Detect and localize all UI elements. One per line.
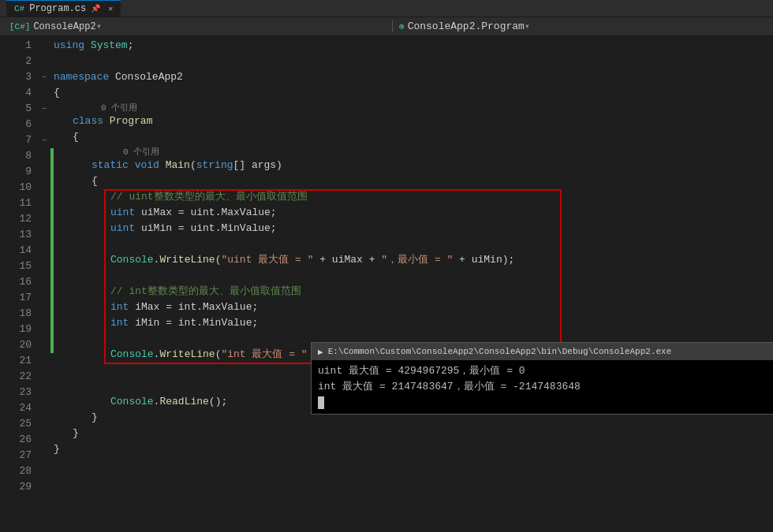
gutter-1 <box>38 38 50 54</box>
gutter-7[interactable]: − <box>38 132 50 148</box>
title-bar: C# Program.cs 📌 ✕ <box>0 0 773 17</box>
gutter-14 <box>38 243 50 259</box>
console-popup: ▶ E:\Common\Custom\ConsoleApp2\ConsoleAp… <box>311 342 773 415</box>
gutter-13 <box>38 227 50 243</box>
console-path: E:\Common\Custom\ConsoleApp2\ConsoleApp2… <box>328 347 672 356</box>
line-26: 26 <box>0 432 32 448</box>
line-4: 4 <box>0 85 32 101</box>
code-line-11: uint uiMin = uint.MinValue; <box>50 221 773 236</box>
gutter-27 <box>38 448 50 463</box>
breadcrumb-bar: [C#] ConsoleApp2 ▾ ⊕ ConsoleApp2.Program… <box>0 17 773 36</box>
code-line-4: { <box>50 85 773 101</box>
line-23: 23 <box>0 385 32 400</box>
code-line-7: static void Main(string[] args) <box>50 158 773 173</box>
line-5: 5 <box>0 101 32 117</box>
code-line-5: class Program <box>50 113 773 129</box>
program-tab[interactable]: C# Program.cs 📌 ✕ <box>6 0 121 17</box>
gutter-24 <box>38 400 50 416</box>
line-19: 19 <box>0 322 32 337</box>
code-line-27 <box>50 473 773 489</box>
code-line-17: int iMin = int.MinValue; <box>50 315 773 331</box>
line-27: 27 <box>0 448 32 463</box>
console-title-bar: ▶ E:\Common\Custom\ConsoleApp2\ConsoleAp… <box>312 343 773 360</box>
line-12: 12 <box>0 211 32 227</box>
ref-line-5a: 0 个引用 <box>50 101 773 113</box>
collapse-gutter: − − − <box>38 36 50 532</box>
code-line-25: } <box>50 441 773 457</box>
code-line-16: int iMax = int.MaxValue; <box>50 299 773 315</box>
line-3: 3 <box>0 69 32 85</box>
gutter-23 <box>38 385 50 400</box>
console-cursor <box>318 396 324 409</box>
editor: 1 2 3 4 5 6 7 8 9 10 11 12 13 14 15 16 1… <box>0 36 773 532</box>
code-line-6: { <box>50 129 773 145</box>
line-20: 20 <box>0 337 32 353</box>
gutter-10 <box>38 180 50 195</box>
line-22: 22 <box>0 369 32 385</box>
gutter-5[interactable]: − <box>38 101 50 117</box>
cs-icon: C# <box>14 4 24 13</box>
code-line-29 <box>50 504 773 520</box>
gutter-21 <box>38 353 50 369</box>
console-line-2: int 最大值 = 2147483647，最小值 = -2147483648 <box>318 379 773 395</box>
breadcrumb-right[interactable]: ⊕ ConsoleApp2.Program ▾ <box>396 20 533 32</box>
tab-pin-icon: 📌 <box>91 4 100 13</box>
tab-close-button[interactable]: ✕ <box>108 4 113 13</box>
code-line-12 <box>50 236 773 252</box>
breadcrumb-left[interactable]: [C#] ConsoleApp2 ▾ <box>6 20 393 32</box>
gutter-11 <box>38 195 50 211</box>
line-16: 16 <box>0 274 32 290</box>
breadcrumb-namespace: [C#] ConsoleApp2 <box>9 21 96 32</box>
line-25: 25 <box>0 416 32 432</box>
gutter-3[interactable]: − <box>38 69 50 85</box>
line-10: 10 <box>0 180 32 195</box>
gutter-29 <box>38 479 50 495</box>
gutter-6 <box>38 117 50 132</box>
namespace-icon: [C#] <box>9 22 30 32</box>
code-line-15: // int整数类型的最大、最小值取值范围 <box>50 284 773 299</box>
breadcrumb-separator: ▾ <box>96 20 102 32</box>
line-8: 8 <box>0 148 32 164</box>
gutter-2 <box>38 54 50 69</box>
line-29: 29 <box>0 479 32 495</box>
gutter-9 <box>38 164 50 180</box>
code-line-2 <box>50 54 773 69</box>
line-21: 21 <box>0 353 32 369</box>
code-content[interactable]: using System; namespace ConsoleApp2 { 0 … <box>50 36 773 532</box>
gutter-18 <box>38 306 50 322</box>
gutter-17 <box>38 290 50 306</box>
breadcrumb-right-separator: ▾ <box>525 20 530 32</box>
line-28: 28 <box>0 463 32 479</box>
console-line-1: uint 最大值 = 4294967295，最小值 = 0 <box>318 363 773 379</box>
code-line-1: using System; <box>50 38 773 54</box>
ref-line-7a: 0 个引用 <box>50 145 773 158</box>
code-line-8: { <box>50 173 773 189</box>
gutter-19 <box>38 322 50 337</box>
gutter-15 <box>38 259 50 274</box>
line-numbers: 1 2 3 4 5 6 7 8 9 10 11 12 13 14 15 16 1… <box>0 36 38 532</box>
code-line-26 <box>50 457 773 473</box>
line-24: 24 <box>0 400 32 416</box>
gutter-4 <box>38 85 50 101</box>
line-1: 1 <box>0 38 32 54</box>
line-17: 17 <box>0 290 32 306</box>
code-line-3: namespace ConsoleApp2 <box>50 69 773 85</box>
line-13: 13 <box>0 227 32 243</box>
tab-label: Program.cs <box>29 3 86 14</box>
code-line-28 <box>50 489 773 504</box>
line-15: 15 <box>0 259 32 274</box>
gutter-12 <box>38 211 50 227</box>
line-2: 2 <box>0 54 32 69</box>
line-11: 11 <box>0 195 32 211</box>
gutter-22 <box>38 369 50 385</box>
breadcrumb-class-icon: ⊕ <box>399 21 405 32</box>
code-line-14 <box>50 268 773 284</box>
gutter-25 <box>38 416 50 432</box>
console-icon: ▶ <box>318 347 323 357</box>
code-line-9: // uint整数类型的最大、最小值取值范围 <box>50 189 773 205</box>
line-18: 18 <box>0 306 32 322</box>
gutter-8 <box>38 148 50 164</box>
line-6: 6 <box>0 117 32 132</box>
line-7: 7 <box>0 132 32 148</box>
line-14: 14 <box>0 243 32 259</box>
